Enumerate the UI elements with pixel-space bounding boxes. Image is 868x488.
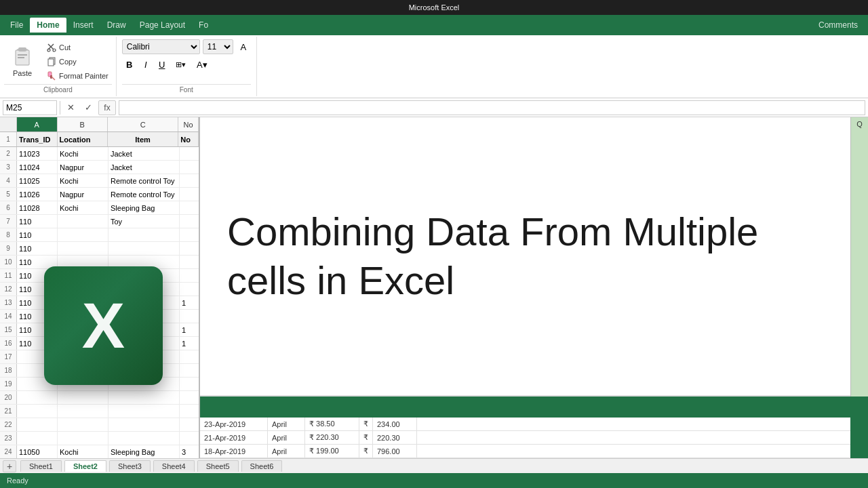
cell-no[interactable] [180,364,199,377]
cell-item[interactable]: Jacket [108,147,180,160]
paste-button[interactable]: Paste [4,39,41,83]
table-row[interactable]: 20 [0,391,199,405]
cell-item[interactable] [108,228,180,241]
cell-location[interactable]: Nagpur [58,161,108,174]
copy-button[interactable]: Copy [43,55,112,68]
col-header-a[interactable]: A [17,117,58,131]
cell-trans-id[interactable]: 11023 [17,147,58,160]
comments-button[interactable]: Comments [812,18,865,33]
cell-no[interactable] [180,174,199,187]
cell-no[interactable]: 3 [180,445,199,458]
cell-trans-id[interactable] [17,432,58,445]
cell-item[interactable] [108,242,180,255]
confirm-button[interactable]: ✓ [81,100,96,115]
cell-no[interactable] [180,161,199,174]
cell-item[interactable] [108,432,180,445]
cancel-button[interactable]: ✕ [63,100,78,115]
cell-no[interactable] [180,269,199,282]
cell-trans-id[interactable] [17,391,58,404]
table-row[interactable]: 2411050KochiSleeping Bag3 [0,445,199,458]
cell-item[interactable]: Sleeping Bag [108,201,180,214]
sheet-tab[interactable]: Sheet3 [109,460,151,472]
cell-trans-id[interactable]: 11028 [17,201,58,214]
fill-color-button[interactable]: A▾ [193,57,212,72]
cell-no[interactable] [180,310,199,323]
increase-font-button[interactable]: A [236,39,251,54]
table-row[interactable]: 9110 [0,242,199,256]
font-name-select[interactable]: Calibri [122,39,200,54]
cell-no[interactable] [180,256,199,268]
sheet-add-button[interactable]: + [3,460,16,472]
cell-no[interactable]: 1 [180,323,199,336]
table-row[interactable]: 411025KochiRemote control Toy [0,174,199,188]
cell-location[interactable]: Kochi [58,147,108,160]
cell-trans-id[interactable]: 11024 [17,161,58,174]
cut-button[interactable]: Cut [43,41,112,54]
cell-no[interactable] [180,432,199,445]
cell-trans-id[interactable] [17,405,58,418]
borders-button[interactable]: ⊞▾ [171,57,191,72]
table-row[interactable]: 511026NagpurRemote control Toy [0,188,199,201]
col-header-b[interactable]: B [58,117,108,131]
cell-location[interactable] [58,391,108,404]
cell-location[interactable] [58,405,108,418]
cell-item[interactable]: Sleeping Bag [108,445,180,458]
tab-draw[interactable]: Draw [100,18,133,33]
cell-no[interactable] [180,242,199,255]
cell-no[interactable] [180,147,199,160]
sheet-tab[interactable]: Sheet4 [153,460,195,472]
table-row[interactable]: 211023KochiJacket [0,147,199,161]
cell-trans-id[interactable]: 11026 [17,188,58,201]
cell-no[interactable] [180,215,199,228]
cell-location[interactable]: Kochi [58,174,108,187]
cell-location[interactable]: Kochi [58,201,108,214]
cell-location[interactable] [58,418,108,431]
cell-no[interactable] [180,283,199,296]
cell-location[interactable] [58,242,108,255]
font-size-select[interactable]: 11 [203,39,233,54]
cell-trans-id[interactable]: 11025 [17,174,58,187]
cell-no[interactable]: 1 [180,296,199,309]
cell-no[interactable] [180,188,199,201]
table-row[interactable]: 611028KochiSleeping Bag [0,201,199,215]
italic-button[interactable]: I [138,57,153,72]
table-row[interactable]: 23 [0,432,199,445]
table-row[interactable]: 311024NagpurJacket [0,161,199,174]
formula-input[interactable] [119,100,865,115]
cell-no[interactable] [180,405,199,418]
cell-item[interactable]: Jacket [108,161,180,174]
tab-home[interactable]: Home [30,18,66,33]
col-header-d[interactable]: No [178,117,199,131]
cell-location[interactable] [58,215,108,228]
sheet-tab[interactable]: Sheet2 [64,460,106,472]
cell-trans-id[interactable]: 110 [17,242,58,255]
cell-no[interactable] [180,228,199,241]
col-header-c[interactable]: C [108,117,178,131]
table-row[interactable]: 22 [0,418,199,432]
table-row[interactable]: 8110 [0,228,199,242]
cell-no[interactable] [180,391,199,404]
cell-item[interactable]: Remote control Toy [108,188,180,201]
cell-item[interactable] [108,405,180,418]
sheet-tab[interactable]: Sheet5 [197,460,239,472]
cell-item[interactable] [108,391,180,404]
cell-trans-id[interactable] [17,418,58,431]
cell-location[interactable] [58,228,108,241]
format-painter-button[interactable]: Format Painter [43,69,112,83]
tab-file[interactable]: File [3,18,30,33]
cell-trans-id[interactable]: 110 [17,228,58,241]
tab-fo[interactable]: Fo [192,18,215,33]
cell-no[interactable]: 1 [180,337,199,350]
cell-location[interactable]: Nagpur [58,188,108,201]
cell-item[interactable] [108,418,180,431]
underline-button[interactable]: U [155,57,170,72]
cell-item[interactable]: Remote control Toy [108,174,180,187]
insert-function-button[interactable]: fx [98,100,116,115]
sheet-tab[interactable]: Sheet1 [20,460,62,472]
cell-no[interactable] [180,418,199,431]
cell-no[interactable] [180,378,199,390]
cell-no[interactable] [180,350,199,363]
tab-pagelayout[interactable]: Page Layout [133,18,192,33]
cell-location[interactable] [58,432,108,445]
cell-item[interactable]: Toy [108,215,180,228]
